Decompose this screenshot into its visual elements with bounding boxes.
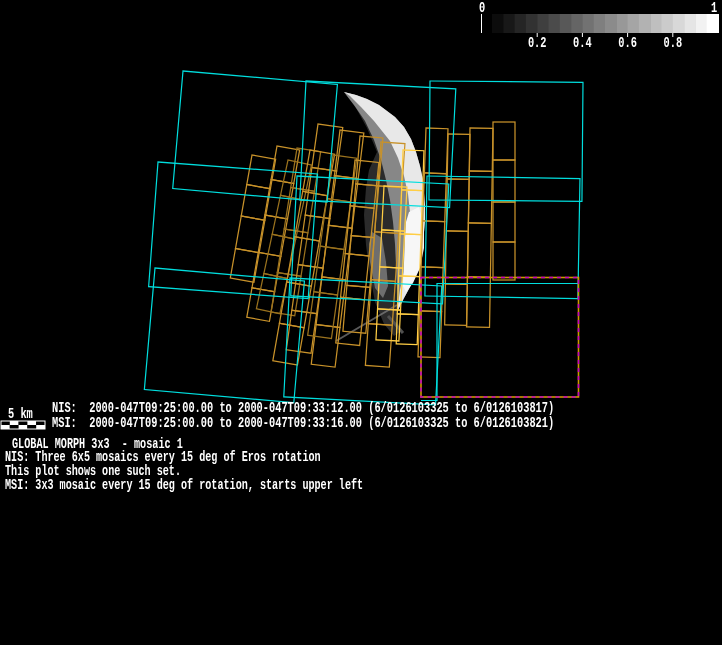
svg-text:0.8: 0.8 xyxy=(664,35,683,51)
svg-text:MSI: 3x3 mosaic every 15 deg o: MSI: 3x3 mosaic every 15 deg of rotation… xyxy=(5,477,363,493)
svg-text:0.2: 0.2 xyxy=(528,35,547,51)
svg-text:0.6: 0.6 xyxy=(618,35,637,51)
svg-text:MSI: 2000-047T09:25:00.00 to: MSI: 2000-047T09:25:00.00 to 2000-047T09… xyxy=(52,415,554,431)
svg-text:0.4: 0.4 xyxy=(573,35,592,51)
svg-text:0: 0 xyxy=(479,0,485,16)
svg-text:1: 1 xyxy=(711,0,717,16)
svg-text:5 km: 5 km xyxy=(8,406,33,422)
svg-text:NIS: 2000-047T09:25:00.00 to: NIS: 2000-047T09:25:00.00 to 2000-047T09… xyxy=(52,400,554,416)
